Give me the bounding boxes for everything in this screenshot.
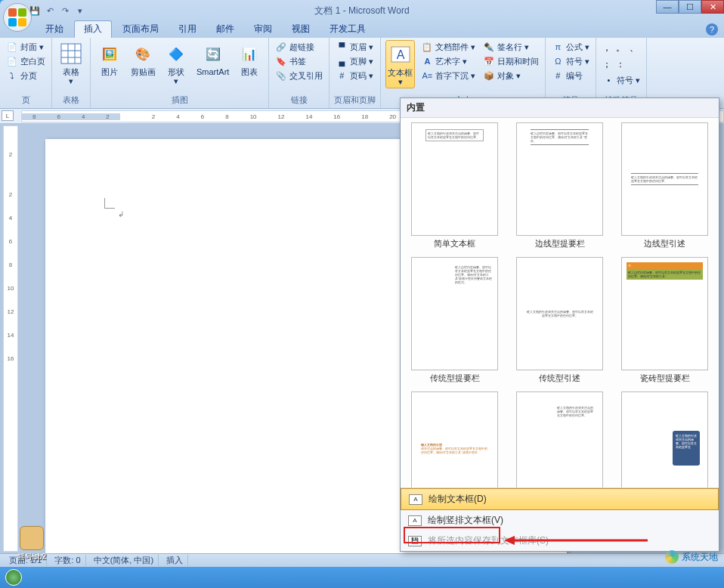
ruler-tick: 12 xyxy=(8,300,14,323)
tab-pagelayout[interactable]: 页面布局 xyxy=(113,21,168,38)
window-title: 文档 1 - Microsoft Word xyxy=(314,5,409,17)
office-button[interactable] xyxy=(3,3,32,32)
wordart-button[interactable]: A艺术字 ▾ xyxy=(419,54,477,68)
gallery-item-tile-sidebar[interactable]: 年键入边栏内容摘要。您可以将文本框放置在文档中的任何位置。请使用"文本框工具"瓷… xyxy=(615,257,714,388)
sym-semi[interactable]: ； xyxy=(602,58,611,71)
tab-view[interactable]: 视图 xyxy=(283,21,319,38)
sym-dun[interactable]: 、 xyxy=(630,42,639,54)
desktop-shortcut[interactable]: 摇号isb2 xyxy=(14,526,50,562)
page-break-button[interactable]: ⤵分页 xyxy=(5,69,47,82)
textbox-button[interactable]: A 文本框▾ xyxy=(385,40,415,88)
gallery-item-tile-quote[interactable]: 键入文档的引述或关注点的摘要。您可以将文本框放置在文档中的任何位置。请使用"文本… xyxy=(405,391,504,487)
tab-insert[interactable]: 插入 xyxy=(74,20,112,38)
gallery-item-trad-quote[interactable]: 键入文档的引述或关注点的摘要。您可以将文本框放置在文档中的任何位置。传统型引述 xyxy=(510,257,609,388)
dropcap-label: 首字下沉 xyxy=(435,70,469,82)
status-words[interactable]: 字数: 0 xyxy=(50,555,85,566)
gallery-item-simple[interactable]: 键入文档的引述或关注点的摘要。您可以将文本框放置在文档中的任何位置。简单文本框 xyxy=(405,122,504,254)
hyperlink-button[interactable]: 🔗超链接 xyxy=(274,40,324,54)
clipart-button[interactable]: 🎨剪贴画 xyxy=(128,40,157,78)
draw-textbox-item[interactable]: A绘制文本框(D) xyxy=(401,488,719,510)
footer-button[interactable]: ▄页脚 ▾ xyxy=(334,54,375,68)
bookmark-button[interactable]: 🔖书签 xyxy=(274,54,324,68)
blank-page-button[interactable]: 📄空白页 xyxy=(5,54,47,68)
picture-label: 图片 xyxy=(101,67,118,76)
chart-button[interactable]: 📊图表 xyxy=(235,40,264,78)
tab-home[interactable]: 开始 xyxy=(36,21,73,38)
equation-label: 公式 xyxy=(566,42,583,53)
group-tables: 表格▾ 表格 xyxy=(52,38,91,108)
shapes-button[interactable]: 🔷形状▾ xyxy=(162,40,190,87)
bookmark-label: 书签 xyxy=(289,56,306,67)
header-label: 页眉 xyxy=(350,42,367,53)
crossref-button[interactable]: 📎交叉引用 xyxy=(274,69,324,82)
blank-page-label: 空白页 xyxy=(20,56,45,67)
tab-selector-button[interactable]: L xyxy=(2,110,14,121)
dropcap-button[interactable]: A≡首字下沉 ▾ xyxy=(419,69,477,82)
status-mode[interactable]: 插入 xyxy=(162,555,188,566)
gallery-item-brace-quote[interactable]: 键入文档的引述或关注点的摘要。您可以将文本框放置在文档中的任何位置。大括号型引述 xyxy=(510,391,609,487)
draw-vertical-textbox-item[interactable]: A绘制竖排文本框(V) xyxy=(401,510,719,531)
qat-undo-icon[interactable]: ↶ xyxy=(44,5,56,17)
chart-label: 图表 xyxy=(241,67,258,76)
textbox-gallery-dropdown: 内置 键入文档的引述或关注点的摘要。您可以将文本框放置在文档中的任何位置。简单文… xyxy=(400,97,719,552)
blank-page-icon: 📄 xyxy=(6,55,18,67)
gallery-item-label: 简单文本框 xyxy=(434,236,475,254)
hyperlink-icon: 🔗 xyxy=(275,41,287,53)
watermark: 系统天地 xyxy=(665,550,718,564)
smartart-button[interactable]: 🔄SmartArt xyxy=(195,40,231,78)
tab-developer[interactable]: 开发工具 xyxy=(320,21,375,38)
header-button[interactable]: ▀页眉 ▾ xyxy=(334,40,375,54)
textbox-icon: A xyxy=(388,42,413,67)
equation-button[interactable]: π公式 ▾ xyxy=(550,40,591,54)
maximize-button[interactable]: ☐ xyxy=(679,0,701,14)
group-links-label: 链接 xyxy=(274,94,324,107)
ruler-tick: 16 xyxy=(8,347,14,370)
close-button[interactable]: ✕ xyxy=(701,0,724,14)
gallery-grid[interactable]: 键入文档的引述或关注点的摘要。您可以将文本框放置在文档中的任何位置。简单文本框 … xyxy=(401,118,719,487)
gallery-item-sideline-sidebar[interactable]: 键入边栏内容摘要。您可以将文本框放置在文档中的任何位置。请使用"文本框工具"更改… xyxy=(510,122,609,254)
gallery-item-trad-sidebar[interactable]: 键入边栏内容摘要。您可以将文本框放置在文档中的任何位置。请使用"文本框工具"选项… xyxy=(405,257,504,388)
qat-dropdown-icon[interactable]: ▾ xyxy=(74,5,86,17)
qat-redo-icon[interactable]: ↷ xyxy=(59,5,71,17)
tab-mailings[interactable]: 邮件 xyxy=(207,21,243,38)
sym-period[interactable]: 。 xyxy=(616,42,625,54)
ruler-tick: 4 xyxy=(166,113,190,120)
gallery-item-brace-quote2[interactable]: 键入文档的引述或关注点的摘要。您可以将文本框放置在大括号型引述 2 xyxy=(615,391,714,487)
group-tables-label: 表格 xyxy=(57,94,85,107)
picture-button[interactable]: 🖼️图片 xyxy=(95,40,124,78)
help-icon[interactable]: ? xyxy=(706,23,718,36)
more-symbols-button[interactable]: •符号 ▾ xyxy=(601,73,642,87)
gallery-item-sideline-quote[interactable]: 键入文档的引述或关注点的摘要。您可以将文本框放置在文档中的任何位置。边线型引述 xyxy=(615,122,714,254)
sym-comma[interactable]: ， xyxy=(602,42,611,54)
equation-icon: π xyxy=(552,41,564,53)
cover-page-button[interactable]: 📄封面 ▾ xyxy=(5,40,47,54)
ruler-tick: 6 xyxy=(46,113,70,120)
datetime-button[interactable]: 📅日期和时间 xyxy=(481,54,540,68)
smartart-icon: 🔄 xyxy=(201,42,225,66)
desktop-shortcut-icon xyxy=(20,526,44,550)
minimize-button[interactable]: — xyxy=(656,0,679,14)
vertical-ruler[interactable]: 2 2 4 6 8 10 12 14 16 xyxy=(3,125,18,552)
ruler-tick: 14 xyxy=(8,323,14,347)
sym-colon[interactable]: ： xyxy=(616,58,625,71)
symbol-button[interactable]: Ω符号 ▾ xyxy=(550,54,591,68)
signature-icon: ✒️ xyxy=(483,41,495,53)
crossref-label: 交叉引用 xyxy=(289,70,323,82)
pagenum-button[interactable]: #页码 ▾ xyxy=(334,69,375,82)
quickparts-button[interactable]: 📋文档部件 ▾ xyxy=(419,40,477,54)
bookmark-icon: 🔖 xyxy=(275,55,287,67)
signature-button[interactable]: ✒️签名行 ▾ xyxy=(481,40,540,54)
table-button[interactable]: 表格▾ xyxy=(57,40,85,87)
start-button[interactable] xyxy=(0,567,27,588)
ruler-tick: 4 xyxy=(9,206,12,230)
shapes-label: 形状▾ xyxy=(168,67,184,85)
save-to-gallery-item: 💾将所选内容保存到文本框库(S) xyxy=(401,531,719,551)
clipart-icon: 🎨 xyxy=(131,42,155,66)
tab-review[interactable]: 审阅 xyxy=(245,21,281,38)
ruler-tick: 10 xyxy=(8,277,14,300)
tab-references[interactable]: 引用 xyxy=(169,21,206,38)
status-language[interactable]: 中文(简体, 中国) xyxy=(89,555,159,566)
number-button[interactable]: #编号 xyxy=(550,69,591,82)
object-button[interactable]: 📦对象 ▾ xyxy=(481,69,540,82)
draw-vertical-textbox-icon: A xyxy=(408,515,422,526)
